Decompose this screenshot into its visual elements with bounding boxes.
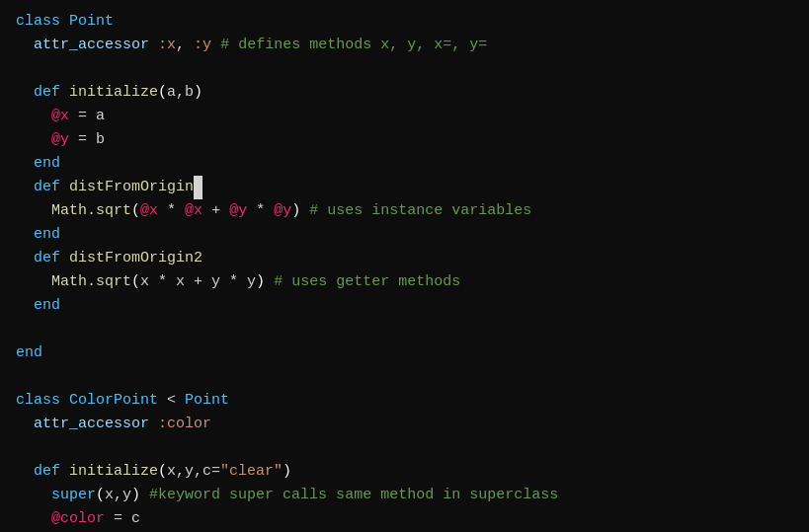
- code-line-21: super(x,y) #keyword super calls same met…: [16, 484, 793, 507]
- code-line-11: def distFromOrigin2: [16, 247, 793, 270]
- code-line-13: end: [16, 294, 793, 318]
- code-line-20: def initialize(x,y,c="clear"): [16, 460, 793, 484]
- code-line-10: end: [16, 223, 793, 247]
- code-line-19: [16, 436, 793, 460]
- code-line-1: class Point: [16, 10, 793, 34]
- code-line-18: attr_accessor :color: [16, 413, 793, 436]
- code-editor: class Point attr_accessor :x, :y # defin…: [0, 0, 809, 532]
- code-line-17: class ColorPoint < Point: [16, 389, 793, 413]
- code-line-6: @y = b: [16, 128, 793, 152]
- code-line-3: [16, 57, 793, 81]
- code-line-8: def distFromOrigin: [16, 176, 793, 199]
- code-line-22: @color = c: [16, 507, 793, 531]
- code-line-4: def initialize(a,b): [16, 81, 793, 105]
- text-cursor: [194, 176, 202, 199]
- code-line-16: [16, 365, 793, 389]
- code-line-5: @x = a: [16, 105, 793, 128]
- code-line-2: attr_accessor :x, :y # defines methods x…: [16, 34, 793, 57]
- code-line-9: Math.sqrt(@x * @x + @y * @y) # uses inst…: [16, 199, 793, 223]
- code-line-15: end: [16, 342, 793, 365]
- code-line-14: [16, 318, 793, 342]
- code-line-12: Math.sqrt(x * x + y * y) # uses getter m…: [16, 270, 793, 294]
- code-line-7: end: [16, 152, 793, 176]
